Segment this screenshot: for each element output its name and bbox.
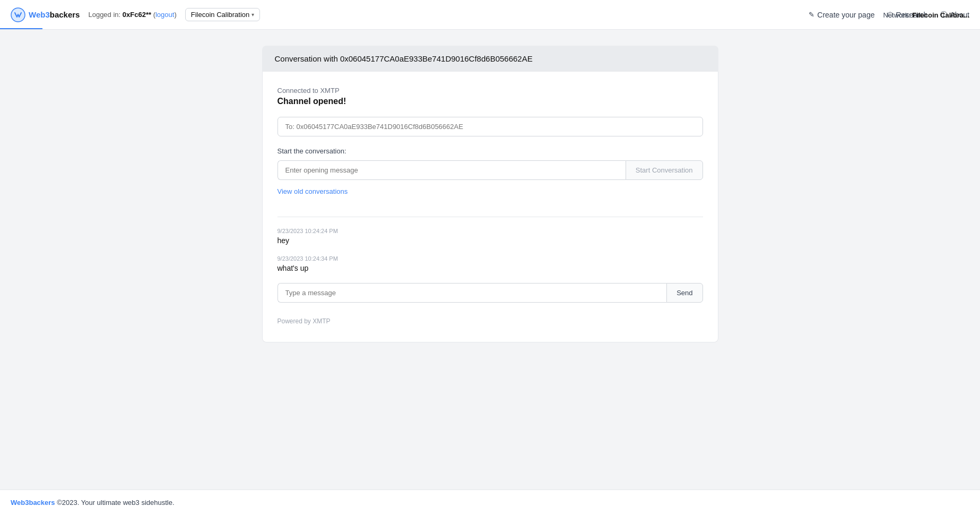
message-block-1: 9/23/2023 10:24:24 PM hey xyxy=(277,228,703,245)
divider xyxy=(277,217,703,217)
xmtp-status: Connected to XMTP xyxy=(277,87,703,95)
opening-message-input[interactable] xyxy=(277,160,626,180)
chevron-down-icon: ▾ xyxy=(251,12,254,18)
logo-icon xyxy=(11,7,25,22)
logo-text: Web3backers xyxy=(29,10,80,19)
network-dropdown-label: Filecoin Calibration xyxy=(191,11,250,19)
start-conversation-button[interactable]: Start Conversation xyxy=(626,160,703,180)
view-old-conversations-link[interactable]: View old conversations xyxy=(277,187,348,195)
conversation-header: Conversation with 0x06045177CA0aE933Be74… xyxy=(262,46,718,72)
navbar-active-underline xyxy=(0,28,42,29)
network-status: Network: Filecoin Calibra... xyxy=(883,11,969,19)
navbar: Web3backers Logged in: 0xFc62** (logout)… xyxy=(0,0,980,30)
footer-brand: Web3backers xyxy=(11,499,55,507)
message-block-2: 9/23/2023 10:24:34 PM what's up xyxy=(277,255,703,272)
message-timestamp-1: 9/23/2023 10:24:24 PM xyxy=(277,228,703,234)
opening-message-row: Start Conversation xyxy=(277,160,703,180)
create-page-label: Create your page xyxy=(817,11,874,19)
network-status-value: Filecoin Calibra... xyxy=(912,11,969,19)
type-message-input[interactable] xyxy=(277,283,667,303)
edit-icon: ✎ xyxy=(809,11,814,19)
to-address-field[interactable] xyxy=(277,117,703,136)
footer: Web3backers ©2023. Your ultimate web3 si… xyxy=(0,490,980,515)
powered-by: Powered by XMTP xyxy=(277,317,703,325)
messages-list: 9/23/2023 10:24:24 PM hey 9/23/2023 10:2… xyxy=(277,228,703,272)
message-text-1: hey xyxy=(277,236,703,245)
wallet-address: 0xFc62** xyxy=(123,11,151,19)
main-content: Conversation with 0x06045177CA0aE933Be74… xyxy=(251,30,729,374)
send-message-row: Send xyxy=(277,283,703,303)
network-dropdown[interactable]: Filecoin Calibration ▾ xyxy=(185,8,261,21)
create-page-link[interactable]: ✎ Create your page xyxy=(809,11,874,19)
logo-web3: Web3 xyxy=(29,10,50,19)
footer-text: ©2023. Your ultimate web3 sidehustle. xyxy=(55,499,175,507)
start-conversation-label: Start the conversation: xyxy=(277,147,703,155)
navbar-left: Web3backers Logged in: 0xFc62** (logout)… xyxy=(11,7,809,22)
logo[interactable]: Web3backers xyxy=(11,7,80,22)
send-button[interactable]: Send xyxy=(666,283,703,303)
conversation-card: Connected to XMTP Channel opened! Start … xyxy=(262,72,718,342)
logo-backers: backers xyxy=(50,10,80,19)
channel-opened: Channel opened! xyxy=(277,97,703,106)
logout-link[interactable]: logout xyxy=(155,11,174,19)
conversation-header-text: Conversation with 0x06045177CA0aE933Be74… xyxy=(275,54,533,63)
logged-in-label: Logged in: 0xFc62** (logout) xyxy=(88,11,176,19)
message-timestamp-2: 9/23/2023 10:24:34 PM xyxy=(277,255,703,262)
message-text-2: what's up xyxy=(277,264,703,272)
